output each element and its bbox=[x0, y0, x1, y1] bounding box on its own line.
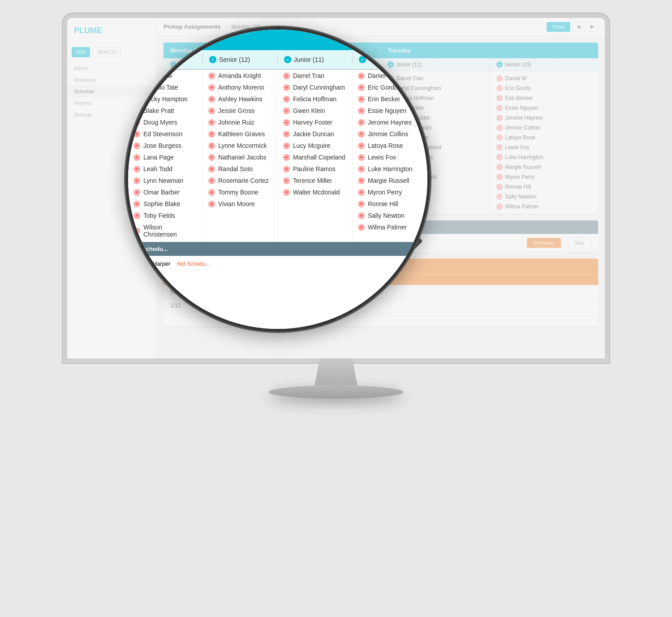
list-item: ×Toby Fields bbox=[164, 192, 272, 202]
remove-btn[interactable]: × bbox=[388, 154, 394, 160]
remove-btn[interactable]: × bbox=[279, 134, 285, 141]
remove-btn[interactable]: × bbox=[388, 174, 394, 180]
add-junior-icon[interactable]: + bbox=[170, 61, 177, 68]
remove-btn[interactable]: × bbox=[279, 105, 285, 111]
remove-btn[interactable]: × bbox=[388, 115, 394, 121]
list-item: ×Gwen Klein bbox=[381, 103, 489, 113]
breadcrumb-separator: › bbox=[225, 24, 227, 30]
subject-cell bbox=[164, 313, 253, 326]
list-item: ×Leah Todd bbox=[164, 152, 272, 162]
remove-btn[interactable]: × bbox=[170, 154, 177, 160]
remove-btn[interactable]: × bbox=[496, 203, 503, 210]
remove-btn[interactable]: × bbox=[496, 125, 503, 131]
unscheduled-row: Velma Harper Not Scheduled Schedule Skip bbox=[164, 234, 598, 252]
list-item: ×Lana Page bbox=[164, 142, 272, 152]
sidebar-item-settings[interactable]: Settings bbox=[67, 109, 156, 121]
skip-button[interactable]: Skip bbox=[568, 237, 591, 248]
tue-junior-cell bbox=[343, 299, 388, 312]
remove-btn[interactable]: × bbox=[496, 164, 503, 170]
remove-btn[interactable]: × bbox=[388, 144, 394, 151]
list-item: ×Wilson Christensen bbox=[164, 202, 272, 211]
remove-btn[interactable]: × bbox=[388, 125, 394, 131]
senior-label: Senior (12) bbox=[288, 61, 314, 68]
remove-btn[interactable]: × bbox=[279, 144, 285, 151]
remove-btn[interactable]: × bbox=[170, 95, 177, 101]
add-senior-icon[interactable]: + bbox=[279, 61, 285, 68]
tue-junior-subheader: Junior bbox=[343, 274, 388, 285]
remove-btn[interactable]: × bbox=[496, 194, 503, 200]
remove-btn[interactable]: × bbox=[170, 125, 177, 131]
page-content: Monday (26) Tuesday + Junior (14) + bbox=[157, 36, 605, 358]
today-button[interactable]: Today bbox=[547, 22, 570, 32]
remove-btn[interactable]: × bbox=[170, 115, 177, 121]
remove-btn[interactable]: × bbox=[279, 164, 285, 170]
remove-btn[interactable]: × bbox=[279, 95, 285, 101]
table-row: 1/12 – 7 bbox=[164, 299, 598, 313]
remove-btn[interactable]: × bbox=[388, 105, 394, 111]
list-item: ×Jessie Gross bbox=[272, 103, 381, 113]
list-item: ×Johnnie Ruiz bbox=[272, 113, 381, 123]
schedule-body: ×Ada Shaw ×Antonio Tate ×Becky Hampton ×… bbox=[164, 71, 598, 214]
remove-btn[interactable]: × bbox=[170, 203, 177, 210]
monitor-stand-base bbox=[269, 385, 403, 399]
remove-btn[interactable]: × bbox=[279, 85, 285, 91]
list-item: ×Ronnie Hill bbox=[490, 182, 599, 192]
remove-btn[interactable]: × bbox=[496, 105, 503, 111]
remove-btn[interactable]: × bbox=[496, 75, 503, 82]
sidebar-item-employee[interactable]: Employee bbox=[67, 74, 156, 86]
remove-btn[interactable]: × bbox=[496, 144, 503, 151]
subject-cell: 1/12 bbox=[164, 299, 253, 312]
coverage-table: Subject Coverage Monday Tu... Junior Sen… bbox=[164, 259, 598, 327]
remove-btn[interactable]: × bbox=[388, 85, 394, 91]
remove-btn[interactable]: × bbox=[279, 75, 285, 82]
remove-btn[interactable]: × bbox=[388, 75, 394, 82]
sidebar-item-admin[interactable]: Admin bbox=[67, 62, 156, 74]
remove-btn[interactable]: × bbox=[279, 174, 285, 180]
remove-btn[interactable]: × bbox=[279, 184, 285, 190]
list-item: ×Vivian Moore bbox=[272, 182, 381, 192]
remove-btn[interactable]: × bbox=[496, 85, 503, 91]
nav-prev-button[interactable]: ◀ bbox=[573, 22, 584, 32]
remove-btn[interactable]: × bbox=[496, 95, 503, 101]
unscheduled-name: Velma Harper bbox=[170, 240, 203, 246]
sidebar-item-schedule[interactable]: Schedule bbox=[67, 86, 156, 97]
remove-btn[interactable]: × bbox=[170, 134, 177, 141]
remove-btn[interactable]: × bbox=[279, 125, 285, 131]
remove-btn[interactable]: × bbox=[170, 144, 177, 151]
remove-btn[interactable]: × bbox=[496, 115, 503, 121]
search-button[interactable]: SEARCH bbox=[92, 47, 121, 57]
remove-btn[interactable]: × bbox=[170, 184, 177, 190]
remove-btn[interactable]: × bbox=[496, 174, 503, 180]
schedule-button[interactable]: Schedule bbox=[527, 238, 561, 248]
sidebar-item-reports[interactable]: Reports bbox=[67, 97, 156, 109]
add-tue-junior-icon[interactable]: + bbox=[388, 61, 394, 68]
remove-btn[interactable]: × bbox=[170, 75, 177, 82]
remove-btn[interactable]: × bbox=[170, 174, 177, 180]
coverage-subject-header: Subject Coverage bbox=[164, 259, 253, 274]
remove-btn[interactable]: × bbox=[170, 164, 177, 170]
remove-btn[interactable]: × bbox=[496, 154, 503, 160]
remove-btn[interactable]: × bbox=[279, 154, 285, 160]
remove-btn[interactable]: × bbox=[388, 164, 394, 170]
add-tue-senior-icon[interactable]: + bbox=[496, 61, 503, 68]
remove-btn[interactable]: × bbox=[170, 194, 177, 200]
list-item: ×Lynn Newman bbox=[164, 162, 272, 172]
coverage-tuesday-header: Tu... bbox=[343, 259, 432, 274]
remove-btn[interactable]: × bbox=[496, 134, 503, 141]
remove-btn[interactable]: × bbox=[388, 95, 394, 101]
mon-junior-subheader: Junior bbox=[253, 274, 298, 285]
add-button[interactable]: ADD bbox=[72, 47, 90, 57]
remove-btn[interactable]: × bbox=[279, 115, 285, 121]
mon-junior-cell: – bbox=[253, 299, 298, 312]
remove-btn[interactable]: × bbox=[496, 184, 503, 190]
monitor-wrapper: PLUME ADD SEARCH Admin Employee Schedule… bbox=[67, 18, 605, 399]
nav-next-button[interactable]: ▶ bbox=[586, 22, 598, 32]
table-row: 3 bbox=[164, 313, 598, 327]
list-item: ×Felicia Hoffman bbox=[381, 93, 489, 103]
remove-btn[interactable]: × bbox=[170, 85, 177, 91]
remove-btn[interactable]: × bbox=[388, 134, 394, 141]
not-scheduled-tag: Not Scheduled bbox=[210, 240, 242, 246]
list-item: ×Ashley Hawkins bbox=[272, 93, 381, 103]
list-item: ×Jackie Duncan bbox=[381, 123, 489, 133]
remove-btn[interactable]: × bbox=[170, 105, 177, 111]
